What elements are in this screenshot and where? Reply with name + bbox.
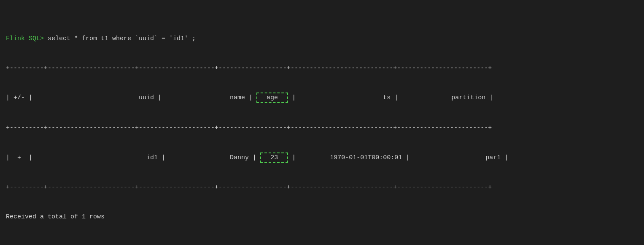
age-value-highlight-1: 23 — [260, 152, 288, 163]
age-header-highlight-1: age — [256, 93, 288, 103]
cmd-1: select * from t1 where `uuid` = 'id1' ; — [48, 35, 196, 42]
prompt-1: Flink SQL> — [6, 35, 48, 42]
blank-1 — [6, 242, 638, 245]
received-1: Received a total of 1 rows — [6, 212, 638, 222]
terminal: Flink SQL> select * from t1 where `uuid`… — [6, 4, 638, 245]
table-sep-1b: +---------+-----------------------+-----… — [6, 123, 638, 133]
table-sep-1a: +---------+-----------------------+-----… — [6, 63, 638, 73]
table-row-1: | + | id1 | Danny | 23 | 1970-01-01T00:0… — [6, 152, 638, 163]
cmd-line-1: Flink SQL> select * from t1 where `uuid`… — [6, 34, 638, 44]
table-sep-1c: +---------+-----------------------+-----… — [6, 182, 638, 192]
age-val-1: 23 — [270, 154, 278, 161]
table-head-1: | +/- | uuid | name | age | ts | partiti… — [6, 93, 638, 103]
